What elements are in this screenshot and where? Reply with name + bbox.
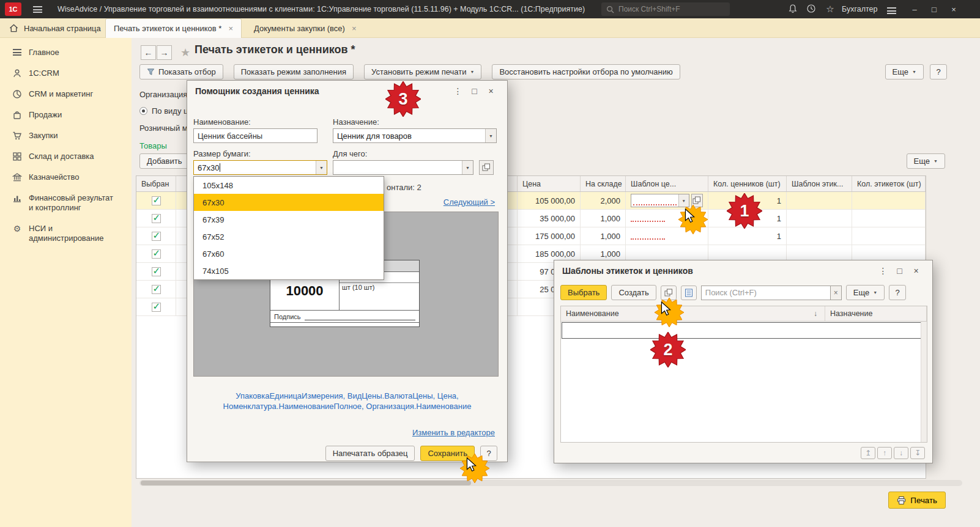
tab-home-page[interactable]: Начальная страница (0, 18, 111, 38)
move-down-button[interactable]: ↓ (894, 447, 908, 459)
dropdown-icon[interactable]: ▼ (485, 129, 496, 142)
row-checkbox[interactable] (136, 227, 176, 245)
sidebar-item-crm-marketing[interactable]: CRM и маркетинг (0, 84, 132, 105)
column-header-price-tag-template[interactable]: Шаблон це... (626, 176, 708, 191)
column-header-selected[interactable]: Выбран (136, 176, 176, 191)
sidebar-item-treasury[interactable]: Казначейство (0, 167, 132, 188)
gear-icon: ⚙ (12, 224, 22, 234)
sidebar-item-nsi-administration[interactable]: ⚙ НСИ и администрирование (0, 218, 132, 249)
row-checkbox[interactable] (136, 263, 176, 280)
selected-empty-row[interactable] (562, 322, 926, 339)
table-more-button[interactable]: Еще▼ (907, 153, 945, 169)
column-header-stock[interactable]: На складе (581, 176, 626, 191)
next-link[interactable]: Следующий > (444, 197, 495, 207)
tab-close-icon[interactable]: × (228, 24, 233, 33)
dropdown-option[interactable]: 67x52 (194, 228, 384, 245)
horizontal-scrollbar[interactable] (139, 480, 962, 486)
main-menu-icon[interactable] (33, 6, 42, 15)
templates-help-button[interactable]: ? (889, 285, 906, 300)
sidebar-item-sales[interactable]: Продажи (0, 105, 132, 125)
column-header-price-tags-count[interactable]: Кол. ценников (шт) (708, 176, 787, 191)
column-header-name[interactable]: Наименование ↓ (561, 306, 825, 321)
show-fill-mode-button[interactable]: Показать режим заполнения (234, 64, 354, 79)
tab-close-icon[interactable]: × (352, 24, 357, 33)
show-filter-button[interactable]: Показать отбор (139, 64, 223, 79)
maximize-icon[interactable]: □ (466, 86, 483, 96)
add-row-button[interactable]: Добавить (139, 153, 189, 169)
print-sample-button[interactable]: Напечатать образец (325, 446, 415, 461)
select-template-button[interactable]: Выбрать (560, 285, 607, 300)
mouse-cursor-icon (682, 208, 697, 223)
dropdown-option-selected[interactable]: 67x30 (194, 194, 384, 211)
dropdown-icon[interactable]: ▼ (316, 161, 327, 174)
user-menu-icon[interactable] (886, 6, 897, 17)
tab-purchase-documents[interactable]: Документы закупки (все) × (246, 18, 365, 38)
dropdown-option[interactable]: 67x60 (194, 245, 384, 262)
row-checkbox[interactable] (136, 281, 176, 298)
more-button[interactable]: Еще▼ (885, 64, 924, 79)
global-search-input[interactable]: Поиск Ctrl+Shift+F (601, 2, 730, 16)
column-header-labels-count[interactable]: Кол. этикеток (шт) (852, 176, 926, 191)
row-checkbox[interactable] (136, 298, 176, 315)
sidebar-item-main[interactable]: Главное (0, 42, 132, 63)
templates-search: × (701, 286, 842, 300)
set-print-mode-button[interactable]: Установить режим печати▼ (364, 64, 481, 79)
for-what-combobox[interactable]: ▼ (333, 160, 473, 175)
templates-search-input[interactable] (701, 286, 831, 300)
nav-forward-button[interactable]: → (157, 45, 172, 60)
column-header-price[interactable]: Цена (518, 176, 581, 191)
templates-toolbar: Выбрать Создать × Еще▼ ? (560, 285, 906, 300)
button-label: Установить режим печати (371, 67, 466, 76)
favorite-star-icon[interactable]: ★ (180, 46, 190, 59)
purpose-combobox[interactable]: Ценник для товаров ▼ (333, 128, 497, 143)
column-header-purpose[interactable]: Назначение (825, 306, 927, 321)
maximize-icon[interactable]: □ (891, 266, 908, 276)
restore-filter-defaults-button[interactable]: Восстановить настройки отбора по умолчан… (492, 64, 680, 79)
required-field-underline (633, 199, 677, 205)
window-maximize-button[interactable]: □ (925, 0, 943, 18)
search-icon (606, 6, 614, 13)
clear-search-icon[interactable]: × (831, 286, 842, 300)
vertical-scrollbar[interactable] (921, 322, 927, 442)
notifications-bell-icon[interactable] (788, 4, 799, 15)
kebab-menu-icon[interactable]: ⋮ (875, 266, 891, 276)
window-close-button[interactable]: × (945, 0, 963, 18)
nav-back-button[interactable]: ← (141, 45, 156, 60)
close-icon[interactable]: × (483, 86, 499, 96)
sidebar-item-financial-result[interactable]: Финансовый результат и контроллинг (0, 188, 132, 218)
row-checkbox[interactable] (136, 210, 176, 227)
current-user-label[interactable]: Бухгалтер (842, 5, 877, 13)
name-input[interactable]: Ценник бассейны (193, 128, 317, 143)
window-minimize-button[interactable]: – (905, 0, 924, 18)
create-template-button[interactable]: Создать (611, 285, 656, 300)
row-checkbox[interactable] (136, 192, 176, 209)
sidebar-item-purchases[interactable]: Закупки (0, 125, 132, 146)
move-to-bottom-button[interactable]: ↧ (910, 447, 925, 459)
dropdown-icon[interactable]: ▼ (462, 161, 473, 174)
scrollbar-thumb[interactable] (141, 481, 471, 485)
sidebar-item-label: Главное (29, 48, 59, 57)
sidebar-item-warehouse[interactable]: Склад и доставка (0, 146, 132, 167)
column-header-label-template[interactable]: Шаблон этик... (787, 176, 852, 191)
templates-more-button[interactable]: Еще▼ (846, 285, 885, 300)
move-up-button[interactable]: ↑ (877, 447, 892, 459)
goods-section-title[interactable]: Товары (139, 141, 167, 150)
kebab-menu-icon[interactable]: ⋮ (450, 86, 466, 96)
move-to-top-button[interactable]: ↥ (861, 447, 875, 459)
open-for-what-button[interactable] (479, 160, 494, 175)
help-button[interactable]: ? (930, 64, 947, 79)
combobox-value (333, 161, 462, 174)
dropdown-option[interactable]: 67x39 (194, 211, 384, 228)
close-icon[interactable]: × (908, 266, 924, 276)
favorites-star-icon[interactable]: ☆ (825, 4, 836, 15)
dropdown-option[interactable]: 74x105 (194, 262, 384, 279)
paper-size-combobox[interactable]: 67x30 ▼ (193, 160, 327, 175)
tab-print-labels[interactable]: Печать этикеток и ценников * × (105, 18, 242, 38)
print-button[interactable]: Печать (888, 492, 946, 509)
row-checkbox[interactable] (136, 245, 176, 262)
history-clock-icon[interactable] (806, 4, 817, 15)
by-price-kind-radio[interactable]: По виду ц (139, 106, 188, 116)
dropdown-option[interactable]: 105x148 (194, 177, 384, 194)
sidebar-item-1c-crm[interactable]: 1С:CRM (0, 63, 132, 84)
edit-in-editor-link[interactable]: Изменить в редакторе (412, 428, 495, 437)
